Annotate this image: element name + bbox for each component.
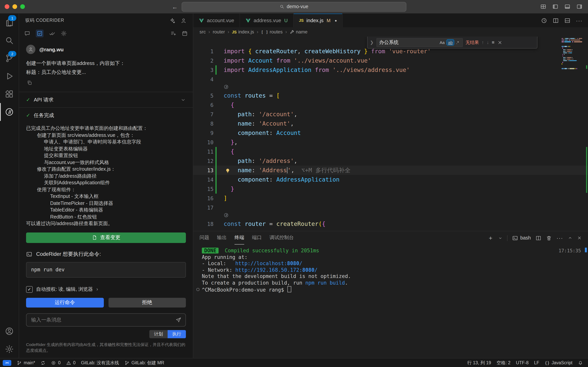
breadcrumb-item[interactable]: src xyxy=(200,29,206,35)
zoom-window-button[interactable] xyxy=(20,4,25,9)
toggle-sidebar-icon[interactable] xyxy=(552,3,558,10)
command-box[interactable]: npm run dev xyxy=(26,262,186,277)
activity-item-search[interactable] xyxy=(0,32,19,49)
terminal-dropdown-icon[interactable] xyxy=(498,236,503,240)
minimap[interactable] xyxy=(562,38,583,70)
close-panel-icon[interactable] xyxy=(577,236,582,240)
terminal-output[interactable]: DONE Compiled successfully in 2051ms17:1… xyxy=(193,244,588,359)
status-item-branch-6[interactable]: GitLab: 创建 MR xyxy=(122,359,167,367)
activity-item-scm[interactable]: 2 xyxy=(0,49,19,67)
more-actions-icon[interactable]: ··· xyxy=(576,17,583,24)
code-line[interactable]: 13 name: 'Address', ⌥+M 多行代码补全 xyxy=(193,166,588,175)
panel-tab-1[interactable]: 输出 xyxy=(217,231,227,244)
toggle-panel-layout-icon[interactable] xyxy=(564,17,571,24)
tab-address-vue[interactable]: address.vueU xyxy=(240,14,294,27)
auto-auth-checkbox[interactable]: ✓ xyxy=(26,286,33,292)
status-item-warning-4[interactable]: 0 xyxy=(63,359,78,367)
panel-tab-2[interactable]: 终端 xyxy=(235,231,244,244)
run-command-button[interactable]: 运行命令 xyxy=(26,298,104,307)
find-previous-icon[interactable]: ↑ xyxy=(482,40,484,45)
code-line[interactable]: 10 }, xyxy=(193,138,588,147)
code-line[interactable]: 3import AddressApplication from '../view… xyxy=(193,65,588,75)
status-item-sync-2[interactable] xyxy=(38,359,48,367)
close-window-button[interactable] xyxy=(5,4,9,9)
panel-tab-0[interactable]: 问题 xyxy=(200,231,209,244)
code-line[interactable]: 17 xyxy=(193,203,588,212)
activity-item-account[interactable] xyxy=(0,322,19,340)
whole-word-icon[interactable]: ab xyxy=(447,40,454,45)
terminal-link[interactable]: / xyxy=(314,267,318,273)
activity-item-coderider[interactable] xyxy=(0,103,19,121)
account-person-icon[interactable] xyxy=(180,17,187,24)
status-item-text-5[interactable]: GitLab: 没有流水线 xyxy=(78,359,122,367)
status-item-bell-5[interactable] xyxy=(575,359,586,367)
coderider-lens-icon[interactable] xyxy=(224,84,229,89)
section-task-done[interactable]: ✓ 任务完成 xyxy=(19,107,193,123)
terminal-link[interactable]: 8080 xyxy=(302,267,315,273)
code-line[interactable]: 16] xyxy=(193,194,588,203)
ai-sparkle-icon[interactable] xyxy=(169,17,175,24)
activity-item-settings[interactable] xyxy=(0,340,19,358)
find-in-selection-icon[interactable]: ≡ xyxy=(492,40,495,45)
code-line[interactable]: 18const router = createRouter({ xyxy=(193,219,588,229)
back-icon[interactable]: ← xyxy=(172,3,178,10)
activity-item-explorer[interactable]: 1 xyxy=(0,14,19,32)
code-line[interactable]: 5const routes = [ xyxy=(193,91,588,100)
toggle-secondary-sidebar-icon[interactable] xyxy=(576,3,583,10)
message-input[interactable] xyxy=(30,317,175,323)
code-line[interactable]: 7 path: '/account', xyxy=(193,110,588,119)
code-line[interactable]: 2import Account from '../views/account.v… xyxy=(193,56,588,65)
status-item-braces-4[interactable]: {}JavaScript xyxy=(542,359,575,367)
kill-terminal-icon[interactable] xyxy=(546,235,552,241)
customize-layout-icon[interactable] xyxy=(540,3,546,10)
tab-index-js[interactable]: JSindex.jsM● xyxy=(294,14,343,27)
lightbulb-icon[interactable] xyxy=(225,167,231,173)
find-next-icon[interactable]: ↓ xyxy=(487,40,489,45)
code-line[interactable]: 15 } xyxy=(193,184,588,194)
split-editor-icon[interactable] xyxy=(553,17,559,24)
schedule-icon[interactable] xyxy=(182,30,188,37)
status-item-text-3[interactable]: LF xyxy=(531,359,542,367)
panel-tab-3[interactable]: 端口 xyxy=(252,231,262,244)
list-add-icon[interactable] xyxy=(170,30,176,37)
terminal-link[interactable]: / xyxy=(299,260,302,266)
new-terminal-icon[interactable]: ＋ xyxy=(488,234,494,242)
code-line[interactable]: 9 component: Account xyxy=(193,128,588,138)
coderider-lens-icon[interactable] xyxy=(224,213,229,218)
status-item-text-1[interactable]: 空格: 2 xyxy=(494,359,513,367)
status-item-remote-0[interactable]: >< xyxy=(0,359,14,367)
execute-mode-button[interactable]: 执行 xyxy=(168,330,186,338)
code-line[interactable]: 8 name: 'Account', xyxy=(193,119,588,128)
tasks-icon[interactable] xyxy=(36,30,43,37)
toggle-replace-icon[interactable]: ❯ xyxy=(370,40,374,45)
code-line[interactable]: 4 xyxy=(193,75,588,84)
activity-item-debug[interactable] xyxy=(0,67,19,85)
breadcrumb-item[interactable]: router xyxy=(213,29,225,35)
minimize-window-button[interactable] xyxy=(12,4,17,9)
timeline-history-icon[interactable] xyxy=(541,17,547,24)
code-line[interactable]: 14 component: AddressApplication xyxy=(193,175,588,184)
plan-mode-button[interactable]: 计划 xyxy=(149,330,168,338)
breadcrumb-item[interactable]: name xyxy=(290,29,307,35)
section-api-request[interactable]: ✓ API 请求 xyxy=(19,92,193,107)
breadcrumb-item[interactable]: [ ]routes xyxy=(261,29,283,35)
code-line[interactable]: 6 { xyxy=(193,100,588,110)
panel-more-icon[interactable]: ··· xyxy=(556,235,563,241)
chat-icon[interactable] xyxy=(24,30,30,37)
chevron-down-icon[interactable] xyxy=(180,97,186,102)
status-item-text-0[interactable]: 行 13, 列 19 xyxy=(464,359,494,367)
send-icon[interactable] xyxy=(175,317,182,323)
terminal-link[interactable]: npm run build xyxy=(305,280,345,285)
activity-item-extensions[interactable] xyxy=(0,85,19,103)
maximize-panel-icon[interactable] xyxy=(568,236,572,240)
checks-icon[interactable] xyxy=(49,30,55,37)
terminal-tab-bash[interactable]: bash xyxy=(512,235,531,241)
panel-tab-4[interactable]: 调试控制台 xyxy=(269,231,294,244)
status-item-text-2[interactable]: UTF-8 xyxy=(513,359,531,367)
split-terminal-icon[interactable] xyxy=(536,235,541,241)
view-changes-button[interactable]: 查看变更 xyxy=(26,232,186,243)
terminal-link[interactable]: 8080 xyxy=(287,260,299,266)
terminal-link[interactable]: http://localhost: xyxy=(235,260,287,266)
status-item-error-3[interactable]: 0 xyxy=(48,359,63,367)
code-line[interactable]: 12 path: '/address', xyxy=(193,156,588,166)
